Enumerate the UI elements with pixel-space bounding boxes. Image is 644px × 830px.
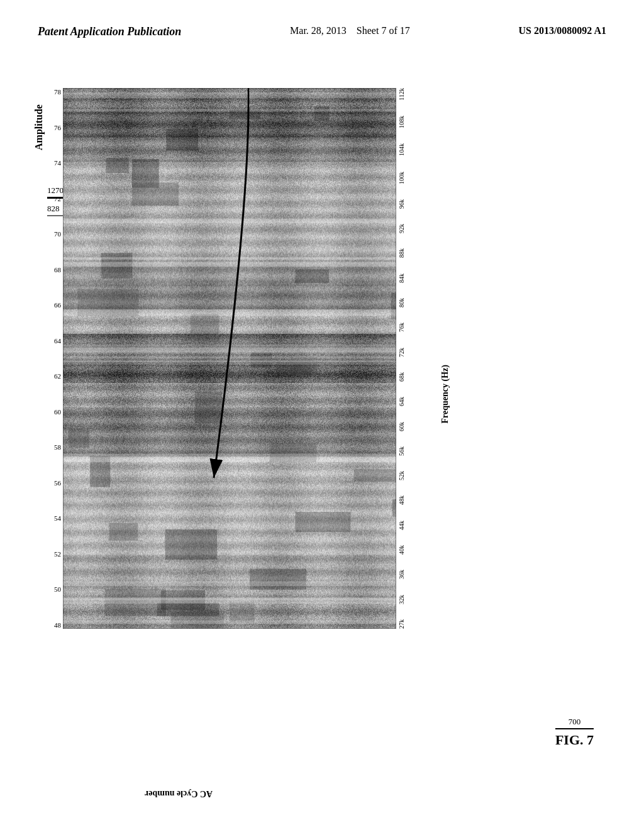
x-tick-27k: 27k bbox=[398, 619, 405, 629]
sheet-info: Sheet 7 of 17 bbox=[357, 25, 410, 36]
header: Patent Application Publication Mar. 28, … bbox=[38, 25, 606, 38]
spectrogram-wrapper bbox=[63, 88, 396, 629]
x-tick-84k: 84k bbox=[398, 274, 405, 283]
y-tick-68: 68 bbox=[54, 266, 61, 274]
y-tick-78: 78 bbox=[54, 88, 61, 96]
x-tick-44k: 44k bbox=[398, 521, 405, 530]
x-tick-60k: 60k bbox=[398, 422, 405, 431]
x-tick-40k: 40k bbox=[398, 545, 405, 555]
x-tick-96k: 96k bbox=[398, 199, 405, 209]
y-tick-76: 76 bbox=[54, 124, 61, 131]
y-tick-52: 52 bbox=[54, 550, 61, 558]
x-tick-92k: 92k bbox=[398, 224, 405, 233]
x-tick-100k: 100k bbox=[398, 172, 405, 184]
x-tick-32k: 32k bbox=[398, 595, 405, 604]
fig-number-label: FIG. 7 bbox=[555, 732, 594, 748]
y-tick-58: 58 bbox=[54, 443, 61, 451]
x-tick-108k: 108k bbox=[398, 116, 405, 128]
x-tick-88k: 88k bbox=[398, 248, 405, 258]
x-tick-112k: 112k bbox=[398, 88, 405, 101]
frequency-hz-label: Frequency (Hz) bbox=[440, 365, 450, 423]
publication-number: US 2013/0080092 A1 bbox=[518, 25, 606, 36]
y-tick-48: 48 bbox=[54, 621, 61, 629]
x-axis-ticks: 112k 108k 104k 100k 96k 92k 88k 84k 80k … bbox=[398, 88, 405, 629]
header-center: Mar. 28, 2013 Sheet 7 of 17 bbox=[290, 25, 410, 36]
publication-date: Mar. 28, 2013 bbox=[290, 25, 347, 36]
x-tick-72k: 72k bbox=[398, 348, 405, 357]
x-tick-36k: 36k bbox=[398, 570, 405, 579]
arrow-svg bbox=[63, 88, 396, 629]
y-tick-54: 54 bbox=[54, 514, 61, 522]
fig-ref-number: 700 bbox=[555, 717, 594, 729]
ac-cycle-axis-label: AC Cycle number bbox=[145, 788, 213, 799]
y-tick-72: 72 bbox=[54, 195, 61, 202]
x-tick-56k: 56k bbox=[398, 446, 405, 456]
x-tick-48k: 48k bbox=[398, 495, 405, 505]
y-tick-60: 60 bbox=[54, 408, 61, 416]
y-tick-50: 50 bbox=[54, 585, 61, 593]
publication-title: Patent Application Publication bbox=[38, 25, 181, 38]
y-axis-ticks: 78 76 74 72 70 68 66 64 62 60 58 56 54 5… bbox=[35, 88, 61, 629]
y-tick-70: 70 bbox=[54, 230, 61, 238]
x-tick-68k: 68k bbox=[398, 372, 405, 382]
x-tick-104k: 104k bbox=[398, 143, 405, 156]
y-tick-62: 62 bbox=[54, 372, 61, 380]
y-tick-66: 66 bbox=[54, 301, 61, 309]
x-tick-64k: 64k bbox=[398, 397, 405, 406]
x-tick-80k: 80k bbox=[398, 298, 405, 307]
x-tick-76k: 76k bbox=[398, 323, 405, 332]
page-container: Patent Application Publication Mar. 28, … bbox=[0, 0, 644, 830]
x-tick-52k: 52k bbox=[398, 471, 405, 480]
figure-label: 700 FIG. 7 bbox=[555, 717, 594, 748]
y-tick-74: 74 bbox=[54, 159, 61, 167]
y-tick-64: 64 bbox=[54, 337, 61, 345]
y-tick-56: 56 bbox=[54, 479, 61, 487]
